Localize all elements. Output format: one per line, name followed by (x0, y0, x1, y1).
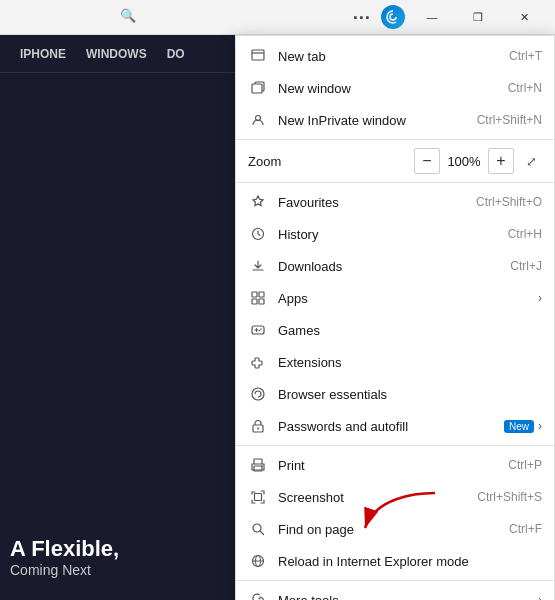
menu-label-browser-essentials: Browser essentials (278, 387, 542, 402)
menu-label-favourites: Favourites (278, 195, 468, 210)
browser-chrome: 🔍 ⋯ — ❐ ✕ (0, 0, 555, 35)
restore-button[interactable]: ❐ (455, 0, 501, 35)
menu-label-games: Games (278, 323, 542, 338)
menu-label-new-tab: New tab (278, 49, 501, 64)
nav-windows[interactable]: WINDOWS (86, 47, 147, 61)
screenshot-icon (248, 487, 268, 507)
menu-label-new-window: New window (278, 81, 500, 96)
new-badge: New (504, 420, 534, 433)
svg-point-13 (257, 428, 259, 430)
menu-item-history[interactable]: History Ctrl+H (236, 218, 554, 250)
svg-rect-0 (252, 50, 264, 60)
menu-shortcut-find-on-page: Ctrl+F (509, 522, 542, 536)
menu-item-passwords[interactable]: Passwords and autofill New › (236, 410, 554, 442)
ie-icon (248, 551, 268, 571)
menu-item-extensions[interactable]: Extensions (236, 346, 554, 378)
edge-icon-button[interactable] (377, 0, 409, 35)
new-window-icon (248, 78, 268, 98)
menu-label-new-inprivate: New InPrivate window (278, 113, 469, 128)
menu-shortcut-history: Ctrl+H (508, 227, 542, 241)
history-icon (248, 224, 268, 244)
edge-logo (381, 5, 405, 29)
menu-shortcut-new-window: Ctrl+N (508, 81, 542, 95)
zoom-value: 100% (446, 154, 482, 169)
nav-do[interactable]: DO (167, 47, 185, 61)
downloads-icon (248, 256, 268, 276)
browser-essentials-icon (248, 384, 268, 404)
menu-item-more-tools[interactable]: More tools › (236, 584, 554, 600)
svg-rect-5 (252, 292, 257, 297)
nav-iphone[interactable]: IPHONE (20, 47, 66, 61)
apps-arrow-icon: › (538, 291, 542, 305)
svg-point-22 (259, 598, 261, 600)
inprivate-icon (248, 110, 268, 130)
menu-label-history: History (278, 227, 500, 242)
menu-label-find-on-page: Find on page (278, 522, 501, 537)
menu-label-passwords: Passwords and autofill (278, 419, 498, 434)
menu-divider-1 (236, 139, 554, 140)
svg-rect-8 (259, 299, 264, 304)
page-headline: A Flexible, (10, 536, 119, 562)
print-icon (248, 455, 268, 475)
page-text-content: A Flexible, Coming Next (10, 536, 119, 578)
menu-label-more-tools: More tools (278, 593, 534, 601)
menu-label-extensions: Extensions (278, 355, 542, 370)
minimize-button[interactable]: — (409, 0, 455, 35)
svg-rect-7 (252, 299, 257, 304)
menu-shortcut-new-inprivate: Ctrl+Shift+N (477, 113, 542, 127)
zoom-decrease-button[interactable]: − (414, 148, 440, 174)
zoom-controls: − 100% + ⤢ (414, 148, 542, 174)
zoom-increase-button[interactable]: + (488, 148, 514, 174)
menu-divider-2 (236, 182, 554, 183)
favourites-icon (248, 192, 268, 212)
menu-item-browser-essentials[interactable]: Browser essentials (236, 378, 554, 410)
menu-item-screenshot[interactable]: Screenshot Ctrl+Shift+S (236, 481, 554, 513)
menu-item-find-on-page[interactable]: Find on page Ctrl+F (236, 513, 554, 545)
browser-address-search: 🔍 (120, 8, 140, 28)
svg-rect-17 (255, 494, 262, 501)
svg-rect-6 (259, 292, 264, 297)
menu-label-apps: Apps (278, 291, 534, 306)
menu-label-downloads: Downloads (278, 259, 502, 274)
menu-item-print[interactable]: Print Ctrl+P (236, 449, 554, 481)
menu-label-screenshot: Screenshot (278, 490, 469, 505)
svg-rect-2 (252, 84, 262, 93)
menu-divider-4 (236, 580, 554, 581)
new-tab-icon (248, 46, 268, 66)
menu-label-reload-ie: Reload in Internet Explorer mode (278, 554, 542, 569)
extensions-icon (248, 352, 268, 372)
zoom-label: Zoom (248, 154, 414, 169)
menu-shortcut-favourites: Ctrl+Shift+O (476, 195, 542, 209)
menu-item-downloads[interactable]: Downloads Ctrl+J (236, 250, 554, 282)
menu-item-new-inprivate[interactable]: New InPrivate window Ctrl+Shift+N (236, 104, 554, 136)
menu-item-new-window[interactable]: New window Ctrl+N (236, 72, 554, 104)
svg-point-10 (260, 328, 262, 330)
find-on-page-icon (248, 519, 268, 539)
menu-item-reload-ie[interactable]: Reload in Internet Explorer mode (236, 545, 554, 577)
menu-shortcut-print: Ctrl+P (508, 458, 542, 472)
svg-rect-14 (254, 459, 262, 464)
svg-point-11 (259, 330, 261, 332)
menu-shortcut-screenshot: Ctrl+Shift+S (477, 490, 542, 504)
passwords-icon (248, 416, 268, 436)
more-tools-arrow-icon: › (538, 593, 542, 600)
zoom-row: Zoom − 100% + ⤢ (236, 143, 554, 179)
svg-point-16 (261, 465, 263, 467)
menu-item-apps[interactable]: Apps › (236, 282, 554, 314)
close-button[interactable]: ✕ (501, 0, 547, 35)
menu-label-print: Print (278, 458, 500, 473)
menu-shortcut-new-tab: Ctrl+T (509, 49, 542, 63)
menu-item-favourites[interactable]: Favourites Ctrl+Shift+O (236, 186, 554, 218)
page-subtext: Coming Next (10, 562, 119, 578)
ellipsis-button[interactable]: ⋯ (345, 0, 377, 35)
zoom-fullscreen-button[interactable]: ⤢ (520, 150, 542, 172)
passwords-arrow-icon: › (538, 419, 542, 433)
context-menu: New tab Ctrl+T New window Ctrl+N New InP… (235, 35, 555, 600)
more-tools-icon (248, 590, 268, 600)
menu-item-games[interactable]: Games (236, 314, 554, 346)
games-icon (248, 320, 268, 340)
menu-shortcut-downloads: Ctrl+J (510, 259, 542, 273)
menu-item-new-tab[interactable]: New tab Ctrl+T (236, 40, 554, 72)
menu-divider-3 (236, 445, 554, 446)
apps-icon (248, 288, 268, 308)
